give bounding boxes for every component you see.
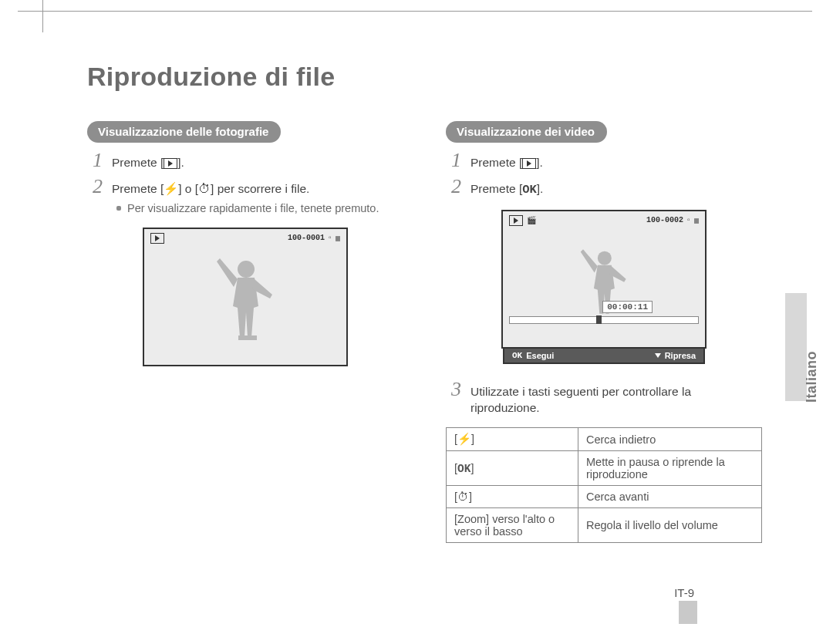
step-number: 1 bbox=[446, 149, 461, 172]
video-mode-icon: 🎬 bbox=[527, 216, 536, 225]
step-1: 1 Premete []. bbox=[446, 149, 762, 172]
step-text: ] per scorrere i file. bbox=[211, 182, 309, 195]
step-number: 1 bbox=[87, 149, 103, 172]
step-text: ]. bbox=[177, 156, 184, 169]
control-desc: Cerca avanti bbox=[578, 486, 762, 508]
page-title: Riproduzione di file bbox=[87, 62, 781, 92]
page-number-tab bbox=[679, 601, 697, 624]
step-text: ]. bbox=[536, 156, 543, 169]
crop-mark-vertical bbox=[42, 0, 43, 32]
memory-icon: ▫ bbox=[328, 234, 332, 242]
crop-mark-top bbox=[18, 11, 812, 21]
control-desc: Cerca indietro bbox=[578, 428, 762, 451]
step-2: 2 Premete [⚡] o [⏱] per scorrere i file. bbox=[87, 175, 403, 198]
playback-icon bbox=[164, 158, 177, 169]
step-text: Premete [ bbox=[112, 156, 164, 169]
table-row: [OK] Mette in pausa o riprende la riprod… bbox=[447, 451, 762, 486]
page-content: Riproduzione di file Visualizzazione del… bbox=[87, 62, 781, 543]
svg-rect-2 bbox=[246, 335, 257, 340]
control-desc: Regola il livello del volume bbox=[578, 508, 762, 543]
svg-point-3 bbox=[598, 251, 612, 265]
control-desc: Mette in pausa o riprende la riproduzion… bbox=[578, 451, 762, 486]
step-2: 2 Premete [OK]. bbox=[446, 175, 762, 199]
softkey-left: Esegui bbox=[526, 351, 554, 360]
bullet-icon bbox=[116, 206, 121, 211]
photos-section: Visualizzazione delle fotografie 1 Preme… bbox=[87, 121, 403, 543]
table-row: [⏱] Cerca avanti bbox=[447, 486, 762, 508]
controls-table: [⚡] Cerca indietro [OK] Mette in pausa o… bbox=[446, 427, 762, 543]
step-3: 3 Utilizzate i tasti seguenti per contro… bbox=[446, 378, 762, 416]
step-number: 3 bbox=[446, 378, 461, 401]
down-icon bbox=[655, 353, 661, 358]
video-timecode: 00:00:11 bbox=[602, 301, 653, 313]
timer-icon: ⏱ bbox=[198, 182, 211, 195]
step-text: Utilizzate i tasti seguenti per controll… bbox=[470, 383, 762, 416]
ok-icon: OK bbox=[512, 351, 522, 360]
video-progress-bar bbox=[509, 316, 699, 324]
playback-mode-icon bbox=[150, 233, 164, 244]
file-counter: 100-0002 bbox=[646, 216, 683, 224]
file-counter: 100-0001 bbox=[288, 234, 325, 242]
step-text: ] o [ bbox=[178, 182, 198, 195]
playback-icon bbox=[522, 158, 536, 169]
section-pill-video: Visualizzazione dei video bbox=[446, 121, 607, 143]
memory-icon: ▫ bbox=[686, 216, 691, 224]
step-text: Premete [ bbox=[470, 182, 522, 195]
ok-label: OK bbox=[522, 183, 537, 197]
timer-icon: ⏱ bbox=[457, 491, 469, 503]
playback-mode-icon bbox=[509, 215, 523, 226]
lcd-soft-keys: OK Esegui Ripresa bbox=[503, 349, 705, 364]
ok-label: OK bbox=[457, 463, 470, 475]
lcd-photo: 100-0001 ▫ ▥ bbox=[142, 228, 349, 366]
section-pill-photos: Visualizzazione delle fotografie bbox=[87, 121, 281, 143]
language-tab-label: Italiano bbox=[804, 351, 820, 403]
step-1: 1 Premete []. bbox=[87, 149, 403, 172]
video-section: Visualizzazione dei video 1 Premete []. … bbox=[446, 121, 762, 543]
svg-point-0 bbox=[238, 261, 255, 278]
subnote-text: Per visualizzare rapidamente i file, ten… bbox=[127, 201, 379, 217]
table-row: [⚡] Cerca indietro bbox=[447, 428, 762, 451]
battery-icon: ▥ bbox=[336, 234, 340, 243]
softkey-right: Ripresa bbox=[665, 351, 696, 360]
flash-icon: ⚡ bbox=[164, 182, 178, 195]
table-row: [Zoom] verso l'alto o verso il basso Reg… bbox=[447, 508, 762, 543]
step-subnote: Per visualizzare rapidamente i file, ten… bbox=[116, 201, 403, 217]
step-number: 2 bbox=[87, 175, 103, 198]
battery-icon: ▥ bbox=[694, 216, 699, 225]
step-text: ]. bbox=[537, 182, 544, 195]
lcd-video: 🎬 100-0002 ▫ ▥ bbox=[501, 210, 707, 364]
step-text: Premete [ bbox=[112, 182, 164, 195]
page-number: IT-9 bbox=[674, 586, 694, 599]
silhouette-figure bbox=[203, 252, 288, 363]
control-key: [Zoom] verso l'alto o verso il basso bbox=[447, 508, 578, 543]
step-text: Premete [ bbox=[470, 156, 522, 169]
step-number: 2 bbox=[446, 175, 461, 198]
flash-icon: ⚡ bbox=[457, 433, 471, 445]
